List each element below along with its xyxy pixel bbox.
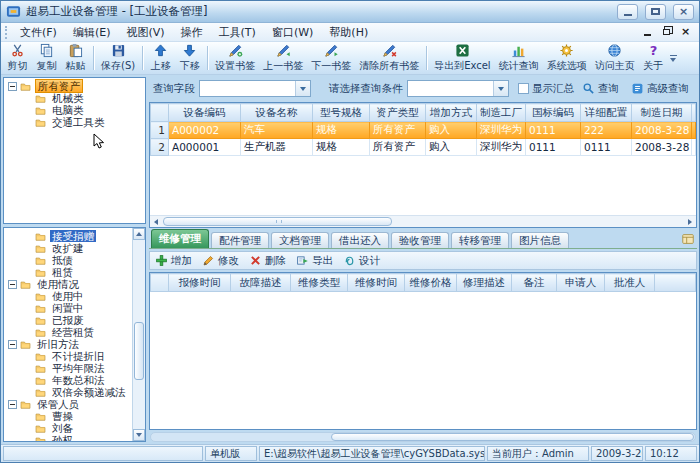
tab-item[interactable]: 文档管理 — [271, 232, 329, 248]
export-excel-button[interactable]: 导出到Excel — [430, 43, 495, 73]
add-button[interactable]: 增加 — [155, 254, 192, 268]
scroll-down-icon[interactable] — [133, 429, 145, 441]
bottom-horizontal-scrollbar[interactable] — [150, 432, 696, 442]
tree-item[interactable]: 保管人员 — [6, 398, 131, 410]
advanced-search-button[interactable]: 高级查询 — [627, 81, 693, 97]
tree-item[interactable]: 机械类 — [6, 92, 145, 104]
show-summary-checkbox[interactable] — [518, 83, 529, 94]
tree-item[interactable]: 使用情况 — [6, 278, 131, 290]
tree-item[interactable]: 双倍余额递减法 — [6, 386, 131, 398]
column-header[interactable]: 设备编码 — [169, 104, 241, 122]
scroll-right-icon[interactable] — [684, 216, 696, 228]
column-header[interactable]: 备注 — [512, 274, 557, 292]
scroll-up-icon[interactable] — [133, 228, 145, 240]
column-header[interactable]: 资产类型 — [370, 104, 426, 122]
modify-button[interactable]: 修改 — [202, 254, 239, 268]
design-button[interactable]: 设计 — [343, 254, 380, 268]
tree-expander[interactable] — [8, 280, 17, 289]
clear-bookmarks-button[interactable]: 清除所有书签 — [355, 43, 423, 73]
next-bookmark-button[interactable]: 下一书签 — [307, 43, 355, 73]
query-condition-combobox[interactable] — [407, 80, 509, 97]
search-button[interactable]: 查询 — [578, 81, 623, 97]
paste-button[interactable]: 粘贴 — [61, 43, 90, 73]
tree-item[interactable]: 所有资产 — [6, 80, 145, 92]
delete-button[interactable]: 删除 — [249, 254, 286, 268]
menu-item[interactable]: 帮助(H) — [321, 23, 376, 42]
tab-item[interactable]: 验收管理 — [391, 232, 449, 248]
column-header[interactable]: 详细配置 — [581, 104, 632, 122]
grid-horizontal-scrollbar[interactable] — [150, 215, 696, 227]
minimize-button[interactable] — [617, 4, 638, 20]
visit-homepage-button[interactable]: 访问主页 — [591, 43, 639, 73]
column-header[interactable]: 批准人 — [605, 274, 655, 292]
column-header[interactable]: 故障描述 — [231, 274, 291, 292]
tree-expander[interactable] — [8, 340, 17, 349]
menu-item[interactable]: 窗口(W) — [264, 23, 321, 42]
toolbar-overflow-icon[interactable] — [668, 43, 679, 73]
scroll-left-icon[interactable] — [150, 216, 162, 228]
save-button[interactable]: 保存(S) — [97, 43, 139, 73]
tree-item[interactable]: 平均年限法 — [6, 362, 131, 374]
scrollbar-thumb[interactable] — [134, 322, 144, 380]
column-header[interactable]: 申请人 — [557, 274, 605, 292]
table-row[interactable]: 2A000001生产机器规格所有资产购入深圳华为011101112008-3-2… — [151, 139, 696, 156]
tab-repair-management[interactable]: 维修管理 — [151, 229, 209, 248]
tab-item[interactable]: 图片信息 — [511, 232, 569, 248]
about-button[interactable]: ?关于 — [639, 43, 668, 73]
menu-item[interactable]: 操作 — [173, 23, 211, 42]
copy-button[interactable]: 复制 — [32, 43, 61, 73]
maximize-button[interactable] — [645, 4, 666, 20]
tree-item[interactable]: 租赁 — [6, 266, 131, 278]
set-bookmark-button[interactable]: 设置书签 — [211, 43, 259, 73]
mdi-close-button[interactable]: × — [678, 26, 693, 39]
export-button[interactable]: 导出 — [296, 254, 333, 268]
tree-item[interactable]: 经营租赁 — [6, 326, 131, 338]
tab-item[interactable]: 配件管理 — [211, 232, 269, 248]
column-header[interactable]: 制造日期 — [632, 104, 692, 122]
tree-item[interactable]: 交通工具类 — [6, 116, 145, 128]
stats-query-button[interactable]: 统计查询 — [495, 43, 543, 73]
column-header[interactable]: 维修类型 — [291, 274, 348, 292]
combo-dropdown-button[interactable] — [295, 81, 310, 96]
column-header[interactable]: 国标编码 — [526, 104, 581, 122]
column-header[interactable]: 维修价格 — [405, 274, 457, 292]
menu-item[interactable]: 文件(F) — [12, 23, 65, 42]
tree-expander[interactable] — [8, 400, 17, 409]
tree-expander[interactable] — [8, 82, 17, 91]
system-options-button[interactable]: 系统选项 — [543, 43, 591, 73]
mdi-minimize-button[interactable] — [640, 26, 655, 39]
move-down-button[interactable]: 下移 — [175, 43, 204, 73]
combo-dropdown-button[interactable] — [493, 81, 508, 96]
tree-item[interactable]: 使用中 — [6, 290, 131, 302]
tree-item[interactable]: 折旧方法 — [6, 338, 131, 350]
query-field-combobox[interactable] — [199, 80, 311, 97]
tree-item[interactable]: 闲置中 — [6, 302, 131, 314]
prev-bookmark-button[interactable]: 上一书签 — [259, 43, 307, 73]
column-header[interactable]: 报修时间 — [169, 274, 231, 292]
tree-item[interactable]: 曹操 — [6, 410, 131, 422]
column-header[interactable]: 型号规格 — [313, 104, 370, 122]
tree-item[interactable]: 刘备 — [6, 422, 131, 434]
mdi-restore-button[interactable] — [659, 26, 674, 39]
column-header[interactable]: 制造工厂 — [477, 104, 526, 122]
move-up-button[interactable]: 上移 — [146, 43, 175, 73]
tree-item[interactable]: 抵债 — [6, 254, 131, 266]
scrollbar-thumb[interactable] — [163, 217, 392, 226]
tree-item[interactable]: 电脑类 — [6, 104, 145, 116]
tree-item[interactable]: 改扩建 — [6, 242, 131, 254]
menu-item[interactable]: 视图(V) — [118, 23, 172, 42]
column-header[interactable]: 修理描述 — [457, 274, 512, 292]
tree-vertical-scrollbar[interactable] — [132, 228, 145, 441]
tree-item[interactable]: 孙权 — [6, 434, 131, 442]
tree-item[interactable]: 不计提折旧 — [6, 350, 131, 362]
column-header[interactable]: 设备名称 — [241, 104, 313, 122]
scrollbar-thumb[interactable] — [331, 433, 694, 441]
tab-item[interactable]: 转移管理 — [451, 232, 509, 248]
tree-item[interactable]: 已报废 — [6, 314, 131, 326]
close-button[interactable]: × — [673, 4, 694, 20]
column-header[interactable]: 维修时间 — [348, 274, 405, 292]
menu-item[interactable]: 编辑(E) — [65, 23, 119, 42]
tree-item[interactable]: 年数总和法 — [6, 374, 131, 386]
cut-button[interactable]: 剪切 — [3, 43, 32, 73]
menu-item[interactable]: 工具(T) — [211, 23, 264, 42]
